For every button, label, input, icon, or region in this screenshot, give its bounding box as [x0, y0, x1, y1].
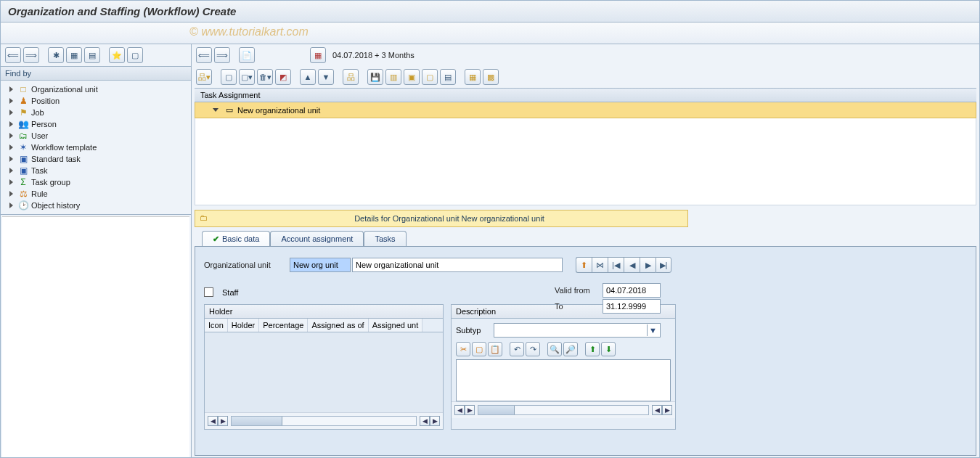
scroll-left2-icon[interactable]: ◀ [420, 416, 430, 426]
move-down-button[interactable]: ▼ [318, 69, 334, 85]
tree-type-icon: ▣ [18, 154, 28, 164]
org-long-input[interactable] [352, 258, 563, 272]
holder-hscroll[interactable]: ◀ ▶ ◀ ▶ [205, 412, 443, 429]
tree-item-person[interactable]: 👥Person [2, 118, 189, 130]
desc-scroll-track[interactable] [478, 405, 649, 415]
move-up-button[interactable]: ▲ [300, 69, 316, 85]
save-local-button[interactable]: ⬇ [601, 342, 616, 356]
tree-item-task[interactable]: ▣Task [2, 165, 189, 176]
org-unit-label: Organizational unit [204, 261, 284, 269]
org-structure-button[interactable]: 品 [343, 69, 359, 85]
prev-record-button[interactable]: ◀ [624, 257, 640, 273]
tree-item-position[interactable]: ♟Position [2, 95, 189, 107]
desc-scroll-right-inner-icon[interactable]: ▶ [465, 405, 475, 415]
desc-scroll-right-icon[interactable]: ▶ [662, 405, 672, 415]
hierarchy-up-button[interactable]: ⬆ [576, 257, 592, 273]
first-record-button[interactable]: |◀ [608, 257, 624, 273]
holder-col-percentage[interactable]: Percentage [259, 319, 308, 332]
expand-button[interactable]: ▣ [404, 69, 420, 85]
save-button[interactable]: 💾 [367, 69, 383, 85]
subtyp-select[interactable]: ▼ [494, 323, 661, 338]
tree-caret-icon [9, 110, 13, 115]
desc-scroll-left-icon[interactable]: ◀ [454, 405, 465, 415]
next-button[interactable]: ⟹ [214, 47, 230, 63]
tree-type-icon: ⚑ [18, 107, 28, 118]
display-dropdown-1[interactable]: ▦ [465, 69, 481, 85]
where-used-button[interactable]: ⋈ [592, 257, 608, 273]
favorite-button[interactable]: ⭐ [109, 47, 125, 63]
task-assignment-row[interactable]: ▭ New organizational unit [195, 102, 976, 118]
display-dropdown-2[interactable]: ▩ [483, 69, 499, 85]
tree-item-user[interactable]: 🗂User [2, 130, 189, 142]
scroll-right-icon[interactable]: ▶ [430, 416, 440, 426]
tree-item-object-history[interactable]: 🕑Object history [2, 200, 189, 211]
scroll-right-inner-icon[interactable]: ▶ [218, 416, 228, 426]
tree-item-rule[interactable]: ⚖Rule [2, 188, 189, 200]
holder-col-assigned-unt[interactable]: Assigned unt [369, 319, 423, 332]
layout-star-button[interactable]: ✱ [48, 47, 64, 63]
detail-tabs: ✔Basic data Account assignment Tasks [202, 230, 976, 246]
tree-type-icon: 🗂 [18, 131, 28, 141]
tab-basic-data[interactable]: ✔Basic data [202, 231, 270, 247]
tree-type-icon: ♟ [18, 96, 28, 106]
collapse-button[interactable]: ▢ [422, 69, 438, 85]
holder-group-header: Holder [205, 305, 443, 319]
desc-scroll-thumb[interactable] [478, 406, 515, 414]
task-assignment-header: Task Assignment [195, 88, 976, 102]
tree-item-label: Task [31, 166, 48, 175]
load-button[interactable]: ⬆ [585, 342, 600, 356]
tree-item-label: Object history [31, 201, 80, 210]
last-record-button[interactable]: ▶| [656, 257, 671, 273]
layout-list-button[interactable]: ▤ [84, 47, 100, 63]
tab-tasks[interactable]: Tasks [364, 231, 406, 247]
layout-grid-button[interactable]: ▦ [66, 47, 82, 63]
redo-button[interactable]: ↷ [526, 342, 540, 356]
description-textarea[interactable] [456, 359, 671, 401]
org-short-input[interactable] [290, 258, 351, 272]
find-button[interactable]: 🔍 [547, 342, 562, 356]
tree-caret-icon [9, 98, 13, 104]
nav-forward-button[interactable]: ⟹ [23, 47, 39, 63]
filter-button[interactable]: ▢ [127, 47, 143, 63]
tree-type-icon: 🕑 [18, 200, 28, 210]
valid-to-input[interactable] [603, 299, 661, 314]
valid-from-input[interactable] [603, 283, 661, 298]
hierarchy-dropdown-button[interactable]: 品▾ [196, 69, 212, 85]
delimit-button[interactable]: ◩ [275, 69, 291, 85]
undo-button[interactable]: ↶ [510, 342, 524, 356]
calendar-icon[interactable]: ▦ [310, 47, 326, 63]
holder-col-assigned-as-of[interactable]: Assigned as of [308, 319, 368, 332]
period-button[interactable]: 📄 [239, 47, 255, 63]
delete-split-button[interactable]: 🗑▾ [257, 69, 273, 85]
find-next-button[interactable]: 🔎 [563, 342, 578, 356]
copy-split-button[interactable]: ▢▾ [239, 69, 255, 85]
tab-account-assignment[interactable]: Account assignment [270, 231, 364, 247]
validity-block: Valid from To [555, 283, 678, 315]
scroll-left-icon[interactable]: ◀ [208, 416, 218, 426]
copy-button[interactable]: ▢ [472, 342, 486, 356]
staff-checkbox[interactable] [204, 287, 213, 297]
tree-item-job[interactable]: ⚑Job [2, 107, 189, 118]
scroll-thumb[interactable] [232, 417, 282, 425]
details-header: 🗀 Details for Organizational unit New or… [195, 210, 688, 227]
nav-back-button[interactable]: ⟸ [5, 47, 21, 63]
tree-item-workflow-template[interactable]: ✶Workflow template [2, 142, 189, 153]
prev-button[interactable]: ⟸ [196, 47, 212, 63]
tree-item-task-group[interactable]: ΣTask group [2, 176, 189, 188]
paste-button[interactable]: 📋 [488, 342, 502, 356]
scroll-track[interactable] [231, 416, 417, 426]
desc-scroll-left2-icon[interactable]: ◀ [652, 405, 662, 415]
tree-item-organizational-unit[interactable]: □Organizational unit [2, 83, 189, 95]
left-panel: ⟸ ⟹ ✱ ▦ ▤ ⭐ ▢ Find by □Organizational un… [1, 44, 192, 458]
description-hscroll[interactable]: ◀ ▶ ◀ ▶ [452, 401, 675, 418]
holder-col-holder[interactable]: Holder [228, 319, 259, 332]
create-button[interactable]: ▢ [221, 69, 237, 85]
column-config-button[interactable]: ▥ [385, 69, 401, 85]
goto-button[interactable]: ▤ [440, 69, 456, 85]
nav-record-buttons: ⬆ ⋈ |◀ ◀ ▶ ▶| [576, 257, 671, 273]
next-record-button[interactable]: ▶ [640, 257, 656, 273]
tree-item-standard-task[interactable]: ▣Standard task [2, 153, 189, 165]
left-toolbar: ⟸ ⟹ ✱ ▦ ▤ ⭐ ▢ [1, 44, 191, 66]
cut-button[interactable]: ✂ [456, 342, 470, 356]
holder-col-icon[interactable]: Icon [205, 319, 228, 332]
